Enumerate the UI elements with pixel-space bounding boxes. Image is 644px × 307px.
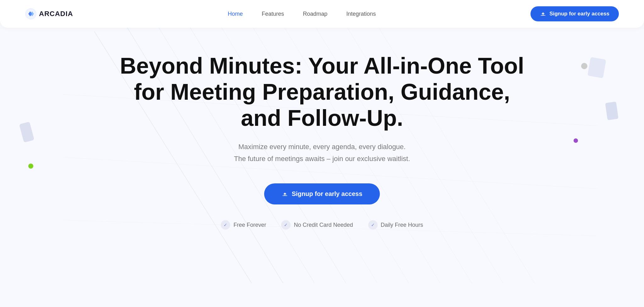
nav-links: Home Features Roadmap Integrations [228, 11, 376, 17]
nav-item-features[interactable]: Features [262, 11, 284, 17]
check-icon-free-forever: ✓ [221, 220, 230, 230]
hero-signup-button[interactable]: Signup for early access [264, 183, 380, 204]
navbar: ARCADIA Home Features Roadmap Integratio… [0, 0, 644, 28]
trust-badges: ✓ Free Forever ✓ No Credit Card Needed ✓… [221, 220, 423, 230]
logo-icon [25, 8, 36, 20]
nav-item-roadmap[interactable]: Roadmap [303, 11, 327, 17]
check-icon-no-credit-card: ✓ [281, 220, 291, 230]
nav-link-roadmap[interactable]: Roadmap [303, 11, 327, 17]
check-icon-daily-free-hours: ✓ [368, 220, 378, 230]
trust-badge-daily-free-hours: ✓ Daily Free Hours [368, 220, 423, 230]
nav-item-integrations[interactable]: Integrations [346, 11, 376, 17]
trust-label-no-credit-card: No Credit Card Needed [294, 222, 353, 228]
nav-link-home[interactable]: Home [228, 11, 243, 17]
hero-subtitle: Maximize every minute, every agenda, eve… [234, 141, 410, 165]
trust-label-free-forever: Free Forever [233, 222, 266, 228]
trust-badge-no-credit-card: ✓ No Credit Card Needed [281, 220, 353, 230]
nav-link-features[interactable]: Features [262, 11, 284, 17]
hero-section: Beyond Minutes: Your All-in-One Tool for… [0, 28, 644, 248]
hero-signup-icon [282, 191, 288, 197]
nav-link-integrations[interactable]: Integrations [346, 11, 376, 17]
hero-subtitle-line1: Maximize every minute, every agenda, eve… [238, 143, 406, 151]
nav-signup-button[interactable]: Signup for early access [530, 6, 619, 21]
nav-item-home[interactable]: Home [228, 11, 243, 17]
nav-signup-label: Signup for early access [549, 11, 609, 17]
hero-cta-label: Signup for early access [292, 190, 363, 198]
trust-badge-free-forever: ✓ Free Forever [221, 220, 266, 230]
logo[interactable]: ARCADIA [25, 8, 73, 20]
signup-icon [540, 11, 546, 17]
hero-title: Beyond Minutes: Your All-in-One Tool for… [118, 53, 526, 131]
brand-name: ARCADIA [39, 10, 73, 18]
hero-subtitle-line2: The future of meetings awaits – join our… [234, 155, 410, 163]
trust-label-daily-free-hours: Daily Free Hours [381, 222, 423, 228]
